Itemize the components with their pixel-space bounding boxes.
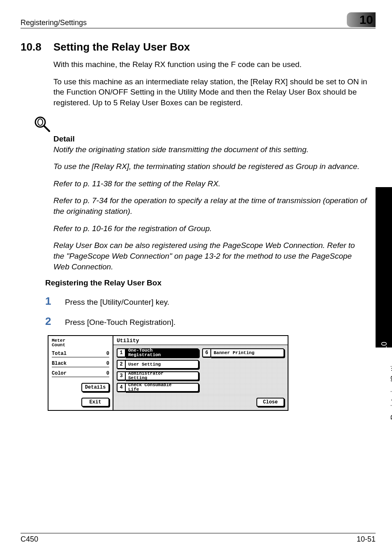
utility-title: Utility [113,336,288,345]
step-2: 2 Press [One-Touch Registration]. [45,315,367,328]
step-number: 2 [45,315,55,328]
side-section-label: Registering/Settings [390,354,392,420]
utility-panel-figure: Meter Count Total 0 Black 0 Color 0 Deta… [48,335,367,411]
details-button[interactable]: Details [81,383,109,392]
page-footer: C450 10-51 [21,533,376,544]
section-heading: 10.8Setting the Relay User Box [21,41,367,53]
svg-line-2 [44,126,49,131]
step-number: 1 [45,295,55,308]
meter-count-title: Meter Count [52,338,109,348]
page: Registering/Settings 10 Chapter 10 Regis… [0,0,392,556]
running-title: Registering/Settings [21,19,87,27]
meter-row-color: Color 0 [52,369,109,377]
detail-p5: Refer to p. 10-16 for the registration o… [53,223,367,234]
option-index: 4 [117,383,125,392]
meter-value: 0 [106,361,109,366]
meter-value: 0 [106,351,109,357]
option-label: Banner Printing [210,348,284,357]
chapter-tab: 10 [347,12,376,27]
detail-block: Detail Notify the originating station si… [53,134,367,272]
utility-panel: Meter Count Total 0 Black 0 Color 0 Deta… [48,335,288,411]
section-number: 10.8 [21,41,53,53]
option-index: 6 [202,348,210,357]
meter-row-black: Black 0 [52,359,109,367]
meter-label: Black [52,361,67,366]
meter-label: Color [52,371,67,376]
content-area: 10.8Setting the Relay User Box With this… [53,41,367,411]
magnifier-icon [33,115,367,134]
running-header: Registering/Settings 10 [21,12,376,28]
option-index: 1 [117,348,125,357]
meter-value: 0 [106,371,109,376]
option-label: One-Touch Registration [125,348,199,357]
option-administrator-setting[interactable]: 3 Administrator Setting [117,371,199,380]
utility-options: 1 One-Touch Registration 6 Banner Printi… [113,345,288,395]
meter-count-pane: Meter Count Total 0 Black 0 Color 0 Deta… [48,336,113,410]
close-button[interactable]: Close [256,398,284,407]
footer-model: C450 [21,535,38,544]
option-index: 2 [117,360,125,369]
procedure-heading: Registering the Relay User Box [45,278,367,287]
step-text: Press [One-Touch Registration]. [65,318,175,327]
footer-page-number: 10-51 [357,535,376,544]
option-label: Check Consumable Life [125,383,199,392]
option-label: Administrator Setting [125,371,199,380]
chapter-number: 10 [360,13,373,27]
option-index: 3 [117,371,125,380]
option-label: User Setting [125,360,199,369]
step-text: Press the [Utility/Counter] key. [65,298,169,307]
detail-p6: Relay User Box can be also registered us… [53,240,367,272]
detail-p4: Refer to p. 7-34 for the operation to sp… [53,195,367,216]
option-one-touch-registration[interactable]: 1 One-Touch Registration [117,348,199,357]
meter-row-total: Total 0 [52,349,109,357]
section-title-text: Setting the Relay User Box [53,41,190,53]
option-banner-printing[interactable]: 6 Banner Printing [202,348,284,357]
exit-button[interactable]: Exit [81,398,109,407]
detail-heading: Detail [53,134,367,144]
intro-paragraph-2: To use this machine as an intermediate r… [53,76,367,108]
option-check-consumable-life[interactable]: 4 Check Consumable Life [117,383,199,392]
svg-point-1 [38,119,43,125]
side-chapter-label: Chapter 10 [380,342,389,378]
intro-paragraph-1: With this machine, the Relay RX function… [53,59,367,70]
detail-p3: Refer to p. 11-38 for the setting of the… [53,178,367,189]
side-chapter-tab: Chapter 10 [376,187,392,348]
option-user-setting[interactable]: 2 User Setting [117,360,199,369]
detail-p2: To use the [Relay RX], the terminating s… [53,161,367,172]
step-1: 1 Press the [Utility/Counter] key. [45,295,367,308]
utility-pane: Utility 1 One-Touch Registration 6 Ba [113,336,288,410]
detail-p1: Notify the originating station side tran… [53,144,367,155]
meter-label: Total [52,351,67,357]
